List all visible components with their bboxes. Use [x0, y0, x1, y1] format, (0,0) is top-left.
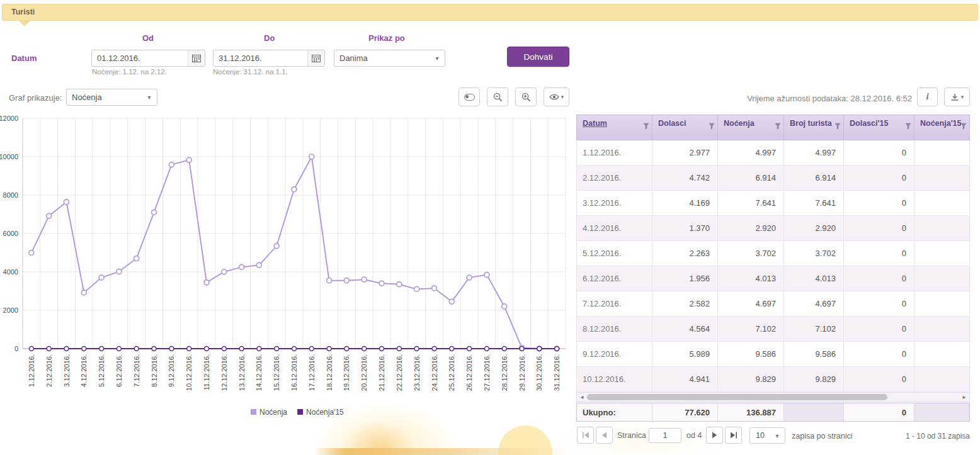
- data-point[interactable]: [100, 347, 104, 351]
- column-header-nocenja-15[interactable]: Noćenja'15: [914, 115, 969, 140]
- column-header-broj-turista[interactable]: Broj turista: [784, 115, 844, 140]
- table-row[interactable]: 10.12.2016.4.9419.8299.8290: [577, 367, 969, 392]
- scrollbar-thumb[interactable]: [587, 394, 887, 400]
- toggle-pan-button[interactable]: [459, 87, 480, 106]
- data-point[interactable]: [134, 347, 139, 351]
- filter-icon[interactable]: [643, 122, 649, 132]
- data-point[interactable]: [81, 290, 86, 295]
- first-page-button[interactable]: [577, 427, 594, 444]
- export-button[interactable]: ▾: [944, 87, 970, 106]
- zoom-in-button[interactable]: [515, 87, 537, 106]
- data-point[interactable]: [379, 281, 384, 286]
- calendar-icon[interactable]: [188, 50, 205, 66]
- data-point[interactable]: [292, 187, 297, 192]
- table-row[interactable]: 5.12.2016.2.2633.7023.7020: [577, 241, 969, 266]
- zoom-out-button[interactable]: [487, 87, 508, 106]
- data-point[interactable]: [537, 347, 542, 351]
- data-point[interactable]: [222, 269, 227, 274]
- data-point[interactable]: [397, 282, 402, 287]
- table-row[interactable]: 1.12.2016.2.9774.9974.9970: [577, 140, 969, 166]
- filter-icon[interactable]: [709, 122, 715, 132]
- data-point[interactable]: [275, 347, 279, 351]
- filter-icon[interactable]: [775, 122, 781, 132]
- data-point[interactable]: [274, 244, 279, 249]
- data-point[interactable]: [187, 347, 191, 351]
- data-point[interactable]: [47, 347, 51, 351]
- data-point[interactable]: [117, 347, 121, 351]
- data-point[interactable]: [432, 347, 436, 351]
- horizontal-scrollbar[interactable]: ◂ ▸: [576, 392, 970, 402]
- data-point[interactable]: [467, 347, 472, 351]
- data-point[interactable]: [414, 347, 419, 351]
- data-point[interactable]: [362, 347, 367, 351]
- data-point[interactable]: [169, 162, 174, 167]
- data-point[interactable]: [64, 347, 69, 351]
- date-from-input[interactable]: [92, 50, 188, 66]
- data-point[interactable]: [432, 286, 437, 291]
- data-point[interactable]: [47, 213, 52, 218]
- data-point[interactable]: [134, 256, 139, 261]
- data-point[interactable]: [344, 278, 349, 283]
- data-point[interactable]: [64, 199, 69, 205]
- data-point[interactable]: [502, 304, 507, 309]
- filter-icon[interactable]: [905, 122, 911, 132]
- column-header-dolasci-15[interactable]: Dolasci'15: [844, 115, 914, 140]
- filter-icon[interactable]: [835, 122, 841, 132]
- table-row[interactable]: 4.12.2016.1.3702.9202.9200: [577, 216, 969, 241]
- table-row[interactable]: 3.12.2016.4.1697.6417.6410: [577, 191, 969, 216]
- table-row[interactable]: 9.12.2016.5.9899.5869.5860: [577, 342, 969, 367]
- data-point[interactable]: [204, 280, 209, 285]
- tab-turisti[interactable]: Turisti: [11, 8, 35, 16]
- column-header-nocenja[interactable]: Noćenja: [718, 115, 784, 140]
- data-point[interactable]: [309, 154, 314, 159]
- data-point[interactable]: [82, 347, 86, 351]
- table-row[interactable]: 7.12.2016.2.5824.6974.6970: [577, 291, 969, 317]
- nocenja-line-chart[interactable]: 0200040006000800010000120001.12.2016.2.1…: [0, 115, 569, 425]
- info-button[interactable]: i: [917, 87, 938, 106]
- data-point[interactable]: [484, 347, 489, 351]
- data-point[interactable]: [239, 347, 244, 351]
- data-point[interactable]: [362, 277, 367, 282]
- data-point[interactable]: [450, 347, 454, 351]
- data-point[interactable]: [309, 347, 314, 351]
- dohvati-button[interactable]: Dohvati: [507, 47, 569, 67]
- page-number-input[interactable]: [649, 428, 681, 443]
- data-point[interactable]: [397, 347, 401, 351]
- scroll-left-icon[interactable]: ◂: [577, 393, 587, 402]
- data-point[interactable]: [222, 347, 226, 351]
- data-point[interactable]: [169, 347, 174, 351]
- data-point[interactable]: [484, 272, 489, 278]
- data-point[interactable]: [256, 262, 261, 267]
- data-point[interactable]: [414, 286, 419, 291]
- table-row[interactable]: 8.12.2016.4.5647.1027.1020: [577, 317, 969, 342]
- column-header-datum[interactable]: Datum: [577, 115, 652, 140]
- graf-select[interactable]: Noćenja ▾: [66, 89, 157, 106]
- data-point[interactable]: [502, 347, 506, 351]
- scroll-right-icon[interactable]: ▸: [959, 393, 969, 402]
- visibility-menu-button[interactable]: ▾: [544, 87, 569, 106]
- next-page-button[interactable]: [706, 427, 723, 444]
- data-point[interactable]: [467, 275, 472, 280]
- data-point[interactable]: [152, 347, 156, 351]
- page-size-select[interactable]: 10 ▾: [749, 427, 785, 444]
- data-point[interactable]: [239, 264, 244, 269]
- data-point[interactable]: [345, 347, 349, 351]
- data-point[interactable]: [520, 347, 524, 351]
- table-row[interactable]: 2.12.2016.4.7426.9146.9140: [577, 166, 969, 191]
- table-row[interactable]: 6.12.2016.1.9564.0134.0130: [577, 266, 969, 291]
- last-page-button[interactable]: [725, 427, 742, 444]
- data-point[interactable]: [186, 157, 191, 162]
- data-point[interactable]: [99, 275, 104, 280]
- data-point[interactable]: [327, 278, 332, 283]
- data-point[interactable]: [257, 347, 261, 351]
- data-point[interactable]: [380, 347, 384, 351]
- prikaz-po-select[interactable]: Danima ▾: [334, 50, 445, 67]
- date-to-input[interactable]: [214, 50, 307, 66]
- chart-legend[interactable]: NoćenjaNoćenja'15: [251, 408, 344, 417]
- data-point[interactable]: [205, 347, 209, 351]
- data-point[interactable]: [555, 347, 559, 351]
- previous-page-button[interactable]: [596, 427, 613, 444]
- data-point[interactable]: [292, 347, 297, 351]
- column-header-dolasci[interactable]: Dolasci: [652, 115, 718, 140]
- data-point[interactable]: [117, 269, 122, 274]
